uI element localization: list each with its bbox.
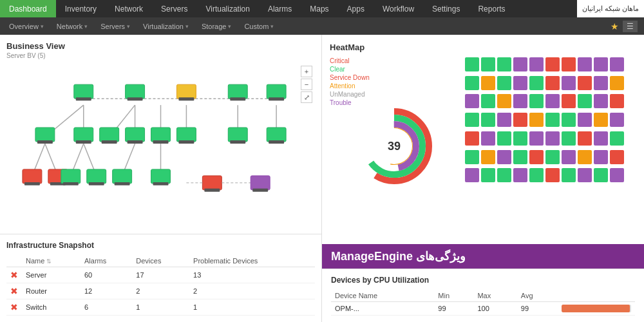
nav-apps[interactable]: Apps bbox=[338, 0, 374, 17]
heatmap-cell[interactable] bbox=[562, 113, 576, 127]
heatmap-cell[interactable] bbox=[562, 94, 576, 108]
heatmap-cell[interactable] bbox=[481, 150, 495, 164]
heatmap-cell[interactable] bbox=[513, 94, 527, 108]
nav-dashboard[interactable]: Dashboard bbox=[0, 0, 56, 17]
heatmap-cell[interactable] bbox=[562, 57, 576, 71]
nav-settings[interactable]: Settings bbox=[423, 0, 469, 17]
heatmap-cell[interactable] bbox=[562, 150, 576, 164]
heatmap-cell[interactable] bbox=[529, 94, 544, 108]
heatmap-cell[interactable] bbox=[497, 57, 511, 71]
heatmap-cell[interactable] bbox=[594, 113, 608, 127]
heatmap-cell[interactable] bbox=[610, 113, 624, 127]
heatmap-cell[interactable] bbox=[578, 131, 592, 146]
heatmap-cell[interactable] bbox=[610, 76, 624, 90]
heatmap-cell[interactable] bbox=[578, 150, 592, 164]
heatmap-cell[interactable] bbox=[497, 76, 511, 90]
table-row[interactable]: ✖ Server 60 17 13 bbox=[6, 267, 315, 283]
heatmap-cell[interactable] bbox=[545, 131, 560, 146]
zoom-out-button[interactable]: − bbox=[301, 79, 312, 90]
heatmap-cell[interactable] bbox=[465, 113, 479, 127]
heatmap-cell[interactable] bbox=[562, 168, 576, 182]
heatmap-cell[interactable] bbox=[465, 168, 479, 182]
nav-workflow[interactable]: Workflow bbox=[374, 0, 423, 17]
col-problematic[interactable]: Problematic Devices bbox=[189, 255, 315, 267]
nav-reports[interactable]: Reports bbox=[469, 0, 514, 17]
nav-inventory[interactable]: Inventory bbox=[56, 0, 106, 17]
heatmap-cell[interactable] bbox=[513, 168, 527, 182]
heatmap-cell[interactable] bbox=[594, 131, 608, 146]
heatmap-cell[interactable] bbox=[578, 57, 592, 71]
heatmap-cell[interactable] bbox=[545, 150, 560, 164]
heatmap-cell[interactable] bbox=[529, 131, 544, 146]
heatmap-cell[interactable] bbox=[497, 113, 511, 127]
sub-network[interactable]: Network ▾ bbox=[50, 17, 94, 35]
sub-servers[interactable]: Servers ▾ bbox=[94, 17, 137, 35]
heatmap-cell[interactable] bbox=[545, 168, 560, 182]
heatmap-cell[interactable] bbox=[529, 113, 544, 127]
heatmap-cell[interactable] bbox=[465, 131, 479, 146]
heatmap-cell[interactable] bbox=[545, 76, 560, 90]
heatmap-cell[interactable] bbox=[610, 150, 624, 164]
star-button[interactable]: ★ bbox=[611, 21, 619, 32]
nav-virtualization[interactable]: Virtualization bbox=[196, 0, 258, 17]
table-row[interactable]: OPM-... 99 100 99 bbox=[331, 302, 635, 316]
heatmap-cell[interactable] bbox=[497, 94, 511, 108]
heatmap-cell[interactable] bbox=[465, 57, 479, 71]
zoom-in-button[interactable]: + bbox=[301, 66, 312, 77]
heatmap-cell[interactable] bbox=[594, 168, 608, 182]
col-devices[interactable]: Devices bbox=[132, 255, 189, 267]
heatmap-cell[interactable] bbox=[594, 57, 608, 71]
heatmap-cell[interactable] bbox=[578, 113, 592, 127]
heatmap-cell[interactable] bbox=[545, 94, 560, 108]
sub-custom[interactable]: Custom ▾ bbox=[238, 17, 280, 35]
heatmap-cell[interactable] bbox=[513, 150, 527, 164]
heatmap-cell[interactable] bbox=[513, 113, 527, 127]
heatmap-cell[interactable] bbox=[481, 131, 495, 146]
heatmap-cell[interactable] bbox=[545, 113, 560, 127]
heatmap-cell[interactable] bbox=[610, 57, 624, 71]
sub-overview[interactable]: Overview ▾ bbox=[3, 17, 50, 35]
heatmap-cell[interactable] bbox=[529, 150, 544, 164]
heatmap-cell[interactable] bbox=[513, 76, 527, 90]
heatmap-cell[interactable] bbox=[610, 94, 624, 108]
heatmap-cell[interactable] bbox=[465, 94, 479, 108]
heatmap-cell[interactable] bbox=[578, 76, 592, 90]
heatmap-cell[interactable] bbox=[529, 168, 544, 182]
heatmap-cell[interactable] bbox=[578, 168, 592, 182]
col-alarms[interactable]: Alarms bbox=[80, 255, 132, 267]
heatmap-cell[interactable] bbox=[594, 94, 608, 108]
heatmap-cell[interactable] bbox=[545, 57, 560, 71]
heatmap-cell[interactable] bbox=[513, 131, 527, 146]
table-row[interactable]: ✖ Router 12 2 2 bbox=[6, 283, 315, 299]
heatmap-cell[interactable] bbox=[497, 150, 511, 164]
heatmap-cell[interactable] bbox=[465, 76, 479, 90]
nav-servers[interactable]: Servers bbox=[152, 0, 196, 17]
nav-maps[interactable]: Maps bbox=[301, 0, 337, 17]
menu-button[interactable]: ☰ bbox=[623, 21, 638, 32]
sub-storage[interactable]: Storage ▾ bbox=[195, 17, 238, 35]
heatmap-cell[interactable] bbox=[562, 131, 576, 146]
heatmap-cell[interactable] bbox=[481, 94, 495, 108]
heatmap-cell[interactable] bbox=[465, 150, 479, 164]
heatmap-cell[interactable] bbox=[594, 76, 608, 90]
heatmap-cell[interactable] bbox=[497, 131, 511, 146]
heatmap-cell[interactable] bbox=[481, 168, 495, 182]
heatmap-cell[interactable] bbox=[529, 57, 544, 71]
sub-virtualization[interactable]: Virtualization ▾ bbox=[137, 17, 195, 35]
heatmap-cell[interactable] bbox=[481, 113, 495, 127]
heatmap-cell[interactable] bbox=[578, 94, 592, 108]
nav-alarms[interactable]: Alarms bbox=[259, 0, 301, 17]
heatmap-cell[interactable] bbox=[562, 76, 576, 90]
col-name[interactable]: Name ⇅ bbox=[22, 255, 80, 267]
heatmap-cell[interactable] bbox=[497, 168, 511, 182]
heatmap-cell[interactable] bbox=[594, 150, 608, 164]
heatmap-cell[interactable] bbox=[610, 168, 624, 182]
nav-network[interactable]: Network bbox=[106, 0, 152, 17]
heatmap-cell[interactable] bbox=[481, 76, 495, 90]
table-row[interactable]: ✖ Switch 6 1 1 bbox=[6, 299, 315, 316]
expand-button[interactable]: ⤢ bbox=[301, 91, 312, 103]
heatmap-cell[interactable] bbox=[481, 57, 495, 71]
heatmap-cell[interactable] bbox=[610, 131, 624, 146]
heatmap-cell[interactable] bbox=[513, 57, 527, 71]
heatmap-cell[interactable] bbox=[529, 76, 544, 90]
